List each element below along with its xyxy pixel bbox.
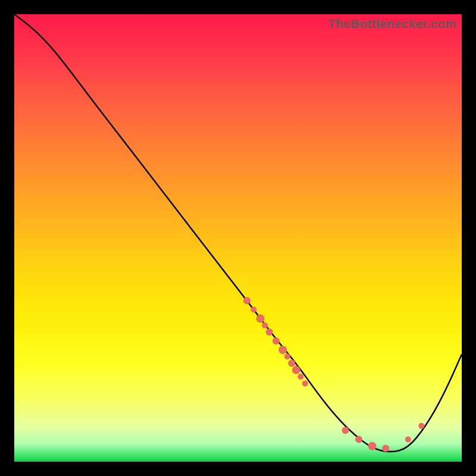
plot-area: TheBottlenecker.com	[14, 14, 462, 462]
scatter-dot	[382, 444, 389, 452]
scatter-dots	[243, 297, 424, 452]
scatter-dot	[256, 314, 265, 322]
scatter-dot	[266, 328, 273, 336]
scatter-dot	[302, 380, 308, 386]
scatter-dot	[292, 366, 300, 374]
scatter-dot	[243, 297, 250, 304]
scatter-dot	[418, 423, 424, 429]
scatter-dot	[262, 322, 268, 328]
scatter-dot	[288, 360, 295, 367]
bottleneck-curve	[14, 14, 462, 452]
scatter-dot	[250, 306, 256, 312]
scatter-dot	[355, 436, 362, 443]
scatter-dot	[278, 346, 287, 354]
scatter-dot	[342, 427, 349, 434]
watermark-label: TheBottlenecker.com	[328, 17, 457, 31]
scatter-dot	[284, 353, 290, 359]
scatter-dot	[405, 436, 411, 442]
chart-svg	[14, 14, 462, 462]
scatter-dot	[273, 337, 280, 345]
scatter-dot	[368, 442, 377, 450]
chart-container: TheBottlenecker.com	[0, 0, 476, 476]
scatter-dot	[298, 374, 303, 380]
